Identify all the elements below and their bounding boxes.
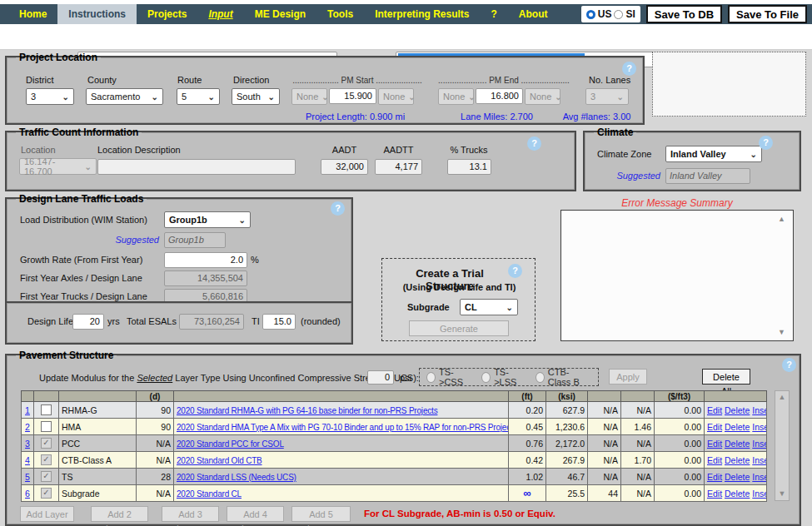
nav-item-about[interactable]: About [508,4,559,24]
row-number-link[interactable]: 5 [22,469,34,485]
pm-end-input[interactable]: 16.800 [476,88,523,104]
help-icon[interactable]: ? [759,136,773,150]
row-actions-cell: Edit Delete Insert [705,419,767,435]
nav-item-home[interactable]: Home [8,4,57,24]
delete-link[interactable]: Delete [725,422,750,432]
subgrade-select[interactable]: CL⌄ [460,299,518,315]
ucs-input[interactable]: 0 [367,370,394,385]
row-number-link-text[interactable]: 1 [25,405,30,415]
row-number-link[interactable]: 3 [22,435,34,452]
help-icon[interactable]: ? [527,136,541,151]
nav-item-input[interactable]: Input [197,4,243,24]
us-radio-icon[interactable] [586,10,595,19]
row-number-link-text[interactable]: 3 [25,439,30,449]
save-to-file-button[interactable]: Save To File [728,5,807,23]
insert-link[interactable]: Insert [752,472,766,482]
help-icon[interactable]: ? [782,358,796,372]
district-select[interactable]: 3⌄ [26,88,74,105]
row-checkbox-cell: ✓ [34,469,59,485]
nav-item-projects[interactable]: Projects [137,4,197,24]
scroll-down-icon[interactable]: ▼ [779,490,786,498]
scroll-up-icon[interactable]: ▲ [778,216,785,223]
row-number-link-text[interactable]: 4 [25,455,30,465]
row-number-link-text[interactable]: 5 [25,472,30,482]
nav-item-instructions[interactable]: Instructions [57,4,137,24]
insert-link[interactable]: Insert [752,439,766,449]
layer-checkbox[interactable] [41,421,52,432]
material-link[interactable]: 2020 Standard Old CTB [177,456,262,465]
layer-checkbox[interactable]: ✓ [41,454,52,465]
row-number-link-text[interactable]: 6 [25,489,30,499]
add-layer-button-1[interactable]: Add Layer [20,506,74,522]
material-link[interactable]: 2020 Standard LSS (Needs UCS) [177,473,296,482]
wim-select[interactable]: Group1b⌄ [164,211,251,228]
scroll-up-icon[interactable]: ▲ [779,394,786,401]
value-cell-2: N/A [621,435,655,452]
layer-checkbox[interactable] [41,404,52,415]
delete-all-button[interactable]: Delete All [702,369,750,385]
col-unit-cost: ($/ft3) [655,391,705,402]
delete-link[interactable]: Delete [725,405,750,415]
add-layer-button-3[interactable]: Add 3 Layers [162,506,219,522]
nav-menu: HomeInstructionsProjectsInputME DesignTo… [8,4,559,24]
climate-zone-select[interactable]: Inland Valley⌄ [665,146,762,162]
edit-link[interactable]: Edit [707,405,722,415]
si-radio-icon[interactable] [614,10,623,19]
edit-link[interactable]: Edit [707,455,722,465]
material-link[interactable]: 2020 Standard HMA Type A Mix with PG 70-… [177,423,509,432]
material-link[interactable]: 2020 Standard PCC for CSOL [177,439,284,449]
row-number-link[interactable]: 1 [22,402,34,419]
row-number-link[interactable]: 6 [22,485,34,502]
apply-button[interactable]: Apply [609,369,647,385]
material-link[interactable]: 2020 Standard CL [177,489,242,499]
table-scrollbar[interactable]: ▲ ▼ [775,390,790,501]
add-layer-button-4[interactable]: Add 4 Layers [227,506,284,522]
insert-link[interactable]: Insert [752,405,766,415]
ucs-radio-2[interactable]: TS->LSS [481,367,525,387]
help-icon[interactable]: ? [508,264,522,278]
delete-link[interactable]: Delete [725,489,750,499]
layer-checkbox[interactable]: ✓ [41,438,52,449]
row-number-link[interactable]: 2 [22,419,34,435]
ucs-radio-3[interactable]: CTB-Class B [536,367,591,387]
nav-item-interpreting-results[interactable]: Interpreting Results [364,4,480,24]
nav-item-help[interactable]: ? [481,4,508,24]
delete-link[interactable]: Delete [725,455,750,465]
route-select[interactable]: 5⌄ [177,88,220,105]
row-number-link-text[interactable]: 2 [25,422,30,432]
si-label[interactable]: SI [625,8,635,20]
edit-link[interactable]: Edit [707,422,722,432]
delete-link[interactable]: Delete [725,472,750,482]
pm-start-input[interactable]: 15.900 [329,88,376,104]
layer-checkbox[interactable]: ✓ [41,488,52,499]
nav-item-tools[interactable]: Tools [316,4,364,24]
help-icon[interactable]: ? [622,62,636,76]
row-number-link[interactable]: 4 [22,452,34,469]
scroll-down-icon[interactable]: ▼ [778,329,785,336]
design-life-input[interactable]: 20 [72,314,104,330]
save-to-db-button[interactable]: Save To DB [646,5,722,23]
add-layer-button-2[interactable]: Add 2 Layers [91,506,148,522]
us-label[interactable]: US [598,8,612,20]
growth-rate-input[interactable]: 2.0 [164,252,247,268]
insert-link[interactable]: Insert [752,489,766,499]
ucs-radio-1[interactable]: TS->CSS [426,367,471,387]
edit-link[interactable]: Edit [707,439,722,449]
help-icon[interactable]: ? [331,201,345,216]
add-layer-button-5[interactable]: Add 5 Layers [291,506,351,522]
material-link[interactable]: 2020 Standard RHMA-G with PG 64-16 base … [177,406,437,415]
ti-input[interactable]: 15.0 [262,314,296,330]
nav-item-me-design[interactable]: ME Design [244,4,316,24]
delete-link[interactable]: Delete [725,439,750,449]
pavement-table: (d) (ft) (ksi) ($/ft3) 1RHMA-G902020 Sta… [21,390,767,502]
insert-link[interactable]: Insert [752,455,766,465]
direction-label: Direction [233,75,269,85]
edit-link[interactable]: Edit [707,472,722,482]
direction-select[interactable]: South⌄ [232,88,280,105]
layer-checkbox[interactable]: ✓ [41,471,52,482]
insert-link[interactable]: Insert [752,422,766,432]
edit-link[interactable]: Edit [707,489,722,499]
generate-button[interactable]: Generate [409,320,509,336]
location-description-input[interactable] [97,159,296,175]
county-select[interactable]: Sacramento⌄ [86,88,163,105]
